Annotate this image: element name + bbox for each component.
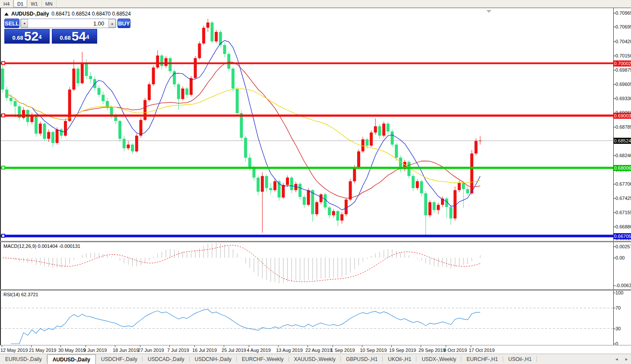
chart-tab-audusd-daily[interactable]: AUDUSD-,Daily <box>47 355 96 364</box>
price-tick-label: 0.69605 <box>615 82 631 87</box>
chart-tab-usdx-weekly[interactable]: USDX-,Weekly <box>416 354 461 364</box>
candle-body <box>391 131 394 144</box>
rsi-canvas[interactable] <box>1 291 614 345</box>
macd-panel: MACD(12,26,9) 0.001404 -0.000131 <box>0 242 613 289</box>
candle-body <box>273 181 276 190</box>
moving-average-line-1 <box>7 41 480 210</box>
rsi-line <box>11 310 480 344</box>
chart-tab-xauusd-weekly[interactable]: XAUUSD-,Weekly <box>289 354 341 364</box>
date-label: 16 Jul 2019 <box>192 348 217 353</box>
candle-body <box>1 69 4 90</box>
volume-input[interactable] <box>28 19 108 28</box>
macd-canvas[interactable] <box>1 242 614 290</box>
price-tick-label: 0.67425 <box>615 196 631 201</box>
candle-body <box>47 132 50 139</box>
candle-body <box>14 101 17 106</box>
candle-body <box>194 58 197 78</box>
candle-body <box>437 205 440 210</box>
candle-body <box>211 22 214 41</box>
date-label: 17 Oct 2019 <box>469 348 495 353</box>
candle-body <box>320 194 323 202</box>
volume-decrease-button[interactable]: ▼ <box>21 19 28 28</box>
candle-body <box>298 184 301 197</box>
horizontal-level-line <box>1 167 614 169</box>
candle-body <box>374 126 377 133</box>
date-tick <box>140 345 140 347</box>
chart-header: AUDUSD-,Daily 0.68471 0.68524 0.68470 0.… <box>4 11 131 17</box>
date-label: 13 Aug 2019 <box>276 348 303 353</box>
candle-body <box>35 115 38 134</box>
volume-increase-button[interactable]: ▲ <box>108 19 116 28</box>
date-label: 19 Sep 2019 <box>389 348 416 353</box>
candle-body <box>479 141 482 141</box>
date-tick <box>362 345 362 347</box>
candle-body <box>387 123 390 131</box>
chart-tab-eurchf-weekly[interactable]: EURCHF-,Weekly <box>237 354 289 364</box>
line-anchor-handle <box>2 114 5 117</box>
timeframe-button-h4[interactable]: H4 <box>0 0 13 7</box>
chart-tab-eurchf-h1[interactable]: EURCHF-,H1 <box>461 354 503 364</box>
price-tick-label: 0.70420 <box>615 39 631 44</box>
rsi-panel: RSI(14) 62.3721 <box>0 290 613 345</box>
candle-body <box>424 193 427 215</box>
price-axis: 0.709650.706950.704200.701500.698750.696… <box>613 8 631 241</box>
candle-body <box>240 113 243 138</box>
sell-button[interactable]: SELL <box>4 19 19 28</box>
chart-shift-marker-icon <box>486 10 491 13</box>
chart-tab-usoil-h1[interactable]: USOil-,H1 <box>503 354 537 364</box>
price-tick-label: 0.69330 <box>615 96 631 101</box>
date-tick <box>86 345 86 347</box>
one-click-trade-panel: SELL ▼ ▲ BUY 0.68524 0.68544 <box>4 19 97 44</box>
candle-body <box>433 202 436 210</box>
volume-stepper: ▼ ▲ <box>20 19 116 28</box>
date-tick <box>421 345 421 347</box>
line-anchor-handle <box>2 62 5 65</box>
chart-tab-usdcad-daily[interactable]: USDCAD-,Daily <box>143 354 190 364</box>
date-label: 10 Sep 2019 <box>360 348 387 353</box>
price-tick-label: 0.67700 <box>615 181 631 187</box>
price-tick-label: 0.69875 <box>615 67 631 73</box>
date-label: 12 May 2019 <box>0 348 28 353</box>
candle-body <box>353 167 356 181</box>
chart-tab-ukoil-h1[interactable]: UKOil-,H1 <box>383 354 416 364</box>
tab-scroll-right-icon[interactable]: ► <box>625 357 628 361</box>
candle-body <box>51 132 54 143</box>
candle-body <box>101 95 105 101</box>
chart-tab-usdcnh-daily[interactable]: USDCNH-,Daily <box>190 354 237 364</box>
horizontal-level-line <box>1 114 614 117</box>
sell-price-display[interactable]: 0.68524 <box>4 29 50 44</box>
candle-body <box>365 139 368 146</box>
timeframe-button-w1[interactable]: W1 <box>27 0 42 7</box>
one-click-panel-toggle-icon[interactable] <box>4 13 9 16</box>
candle-body <box>64 121 67 136</box>
price-level-badge: 0.68524 <box>614 138 631 144</box>
candle-body <box>282 185 285 197</box>
macd-label: MACD(12,26,9) 0.001404 -0.000131 <box>3 244 80 249</box>
candle-body <box>223 45 226 54</box>
candle-body <box>227 54 230 69</box>
tab-scroll-left-icon[interactable]: ◄ <box>615 357 618 361</box>
candle-body <box>76 69 79 83</box>
date-label: 8 Oct 2019 <box>444 348 467 353</box>
timeframe-button-d1[interactable]: D1 <box>13 0 27 7</box>
buy-button[interactable]: BUY <box>117 19 130 28</box>
timeframe-button-mn[interactable]: MN <box>42 0 57 7</box>
candle-body <box>290 177 293 190</box>
candle-body <box>416 181 419 188</box>
candle-body <box>420 181 423 193</box>
chart-tab-eurusd-daily[interactable]: EURUSD-,Daily <box>0 354 47 364</box>
candle-body <box>370 133 373 146</box>
date-tick <box>169 345 170 347</box>
date-label: 29 Sep 2019 <box>419 348 445 353</box>
candle-body <box>118 121 121 139</box>
chart-tab-gbpusd-h1[interactable]: GBPUSD-,H1 <box>341 354 383 364</box>
chart-tab-usdchf-daily[interactable]: USDCHF-,Daily <box>96 354 143 364</box>
buy-price-display[interactable]: 0.68544 <box>52 29 97 44</box>
date-label: 25 Jul 2019 <box>222 348 246 353</box>
candle-body <box>395 145 398 158</box>
price-tick-label: 0.70965 <box>615 10 631 16</box>
candle-body <box>462 183 465 189</box>
price-tick-label: 0.68785 <box>615 124 631 130</box>
macd-axis: 0.0025740.00-0.006326 <box>613 242 631 289</box>
candle-body <box>248 158 251 168</box>
